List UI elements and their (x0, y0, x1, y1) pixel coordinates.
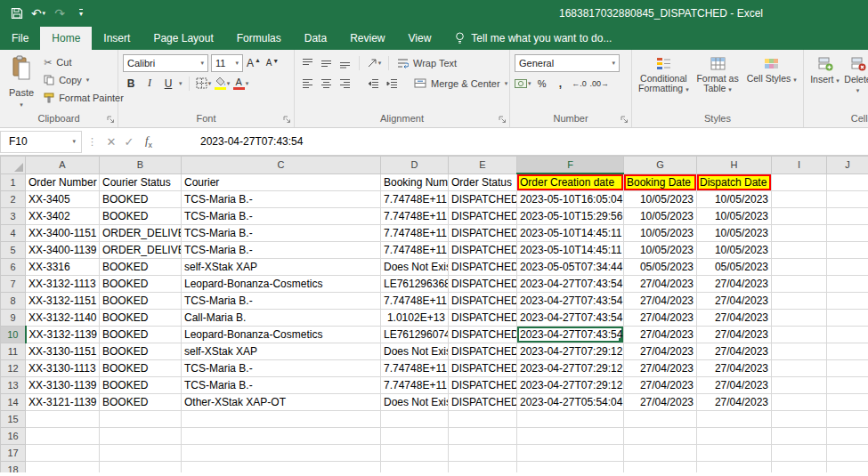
cell-B4[interactable]: ORDER_DELIVERED (100, 225, 182, 242)
cell-B7[interactable]: BOOKED (100, 276, 182, 293)
paste-button[interactable]: Paste▾ (4, 52, 38, 112)
cell-A5[interactable]: XX-3400-1139 (26, 242, 100, 259)
cell-F5[interactable]: 2023-05-10T14:45:11 (517, 242, 624, 259)
column-header-I[interactable]: I (772, 157, 827, 174)
cell-C1[interactable]: Courier (182, 173, 381, 191)
cell-F17[interactable] (517, 445, 624, 462)
cell-H9[interactable]: 27/04/2023 (697, 310, 772, 327)
cell-E12[interactable]: DISPATCHED (449, 360, 517, 377)
cell-B2[interactable]: BOOKED (100, 191, 182, 208)
column-header-A[interactable]: A (26, 157, 100, 174)
cell-G10[interactable]: 27/04/2023 (624, 327, 697, 343)
cell-I1[interactable] (772, 173, 827, 191)
cell-D8[interactable]: 7.74748E+11 (381, 293, 449, 310)
cell-F4[interactable]: 2023-05-10T14:45:11 (517, 225, 624, 242)
cell-G14[interactable]: 27/04/2023 (624, 394, 697, 411)
cell-I4[interactable] (772, 225, 827, 242)
cell-C16[interactable] (182, 428, 381, 445)
middle-align-icon[interactable] (318, 54, 334, 71)
cell-J13[interactable] (827, 377, 868, 394)
cell-C6[interactable]: self-XStak XAP (182, 259, 381, 276)
row-header-7[interactable]: 7 (1, 276, 26, 293)
cut-button[interactable]: ✂ Cut (42, 53, 126, 71)
cell-F11[interactable]: 2023-04-27T07:29:12 (517, 343, 624, 360)
merge-center-button[interactable]: Merge & Center ▾ (412, 75, 509, 93)
column-header-F[interactable]: F (517, 157, 624, 174)
cell-G13[interactable]: 27/04/2023 (624, 377, 697, 394)
cell-B16[interactable] (100, 428, 182, 445)
cell-J16[interactable] (827, 428, 868, 445)
increase-decimal-icon[interactable]: ←.0 (572, 75, 588, 92)
cell-B10[interactable]: BOOKED (100, 327, 182, 343)
cell-B15[interactable] (100, 411, 182, 428)
conditional-formatting-button[interactable]: Conditional Formatting ▾ (637, 52, 691, 112)
row-header-18[interactable]: 18 (1, 462, 26, 473)
enter-icon[interactable]: ✓ (120, 135, 138, 149)
row-header-8[interactable]: 8 (1, 293, 26, 310)
cell-A12[interactable]: XX-3130-1113 (26, 360, 100, 377)
cell-F12[interactable]: 2023-04-27T07:29:12 (517, 360, 624, 377)
cell-A9[interactable]: XX-3132-1140 (26, 310, 100, 327)
cell-B17[interactable] (100, 445, 182, 462)
cell-H18[interactable] (697, 462, 772, 473)
cell-F14[interactable]: 2023-04-27T05:54:04 (517, 394, 624, 411)
cell-G1[interactable]: Booking Date (624, 173, 697, 191)
cell-A13[interactable]: XX-3130-1139 (26, 377, 100, 394)
number-format-combo[interactable]: General▾ (515, 54, 620, 72)
cell-C8[interactable]: TCS-Maria B.- (182, 293, 381, 310)
cell-A1[interactable]: Order Number (26, 173, 100, 191)
fill-color-button[interactable]: ▾ (215, 75, 231, 92)
tab-home[interactable]: Home (40, 27, 92, 50)
cell-B6[interactable]: BOOKED (100, 259, 182, 276)
cell-C10[interactable]: Leopard-Bonanza-Cosmetics (182, 327, 381, 343)
cell-C5[interactable]: TCS-Maria B.- (182, 242, 381, 259)
cell-G6[interactable]: 05/05/2023 (624, 259, 697, 276)
row-header-14[interactable]: 14 (1, 394, 26, 411)
tab-review[interactable]: Review (338, 27, 396, 50)
cell-E1[interactable]: Order Status (449, 173, 517, 191)
accounting-format-button[interactable]: ▾ (515, 75, 531, 92)
center-icon[interactable] (318, 75, 334, 92)
cell-I12[interactable] (772, 360, 827, 377)
cell-J1[interactable] (827, 173, 868, 191)
font-name-combo[interactable]: Calibri▾ (123, 54, 208, 72)
format-painter-button[interactable]: Format Painter (42, 89, 126, 107)
format-as-table-button[interactable]: Format as Table ▾ (691, 52, 745, 112)
cell-A8[interactable]: XX-3132-1151 (26, 293, 100, 310)
cell-I15[interactable] (772, 411, 827, 428)
row-header-16[interactable]: 16 (1, 428, 26, 445)
underline-button[interactable]: U (160, 75, 176, 92)
cell-B18[interactable] (100, 462, 182, 473)
decrease-font-size-button[interactable]: A▼ (264, 54, 280, 71)
cell-B11[interactable]: BOOKED (100, 343, 182, 360)
align-right-icon[interactable] (337, 75, 353, 92)
column-header-E[interactable]: E (449, 157, 517, 174)
formula-input[interactable]: 2023-04-27T07:43:54 (159, 135, 868, 148)
cell-H16[interactable] (697, 428, 772, 445)
cell-B9[interactable]: BOOKED (100, 310, 182, 327)
cell-G15[interactable] (624, 411, 697, 428)
cell-C13[interactable]: TCS-Maria B.- (182, 377, 381, 394)
cell-E18[interactable] (449, 462, 517, 473)
row-header-3[interactable]: 3 (1, 208, 26, 225)
cell-I14[interactable] (772, 394, 827, 411)
cell-D3[interactable]: 7.74748E+11 (381, 208, 449, 225)
cell-B3[interactable]: BOOKED (100, 208, 182, 225)
cell-E3[interactable]: DISPATCHED (449, 208, 517, 225)
cell-I10[interactable] (772, 327, 827, 343)
cell-D11[interactable]: Does Not Exist (381, 343, 449, 360)
bold-button[interactable]: B (123, 75, 139, 92)
cell-J8[interactable] (827, 293, 868, 310)
cell-D7[interactable]: LE761296368 (381, 276, 449, 293)
decrease-indent-icon[interactable] (365, 75, 381, 92)
cell-G9[interactable]: 27/04/2023 (624, 310, 697, 327)
cell-J7[interactable] (827, 276, 868, 293)
cell-I2[interactable] (772, 191, 827, 208)
cell-H10[interactable]: 27/04/2023 (697, 327, 772, 343)
cell-A18[interactable] (26, 462, 100, 473)
cell-A11[interactable]: XX-3130-1151 (26, 343, 100, 360)
cell-G7[interactable]: 27/04/2023 (624, 276, 697, 293)
select-all-button[interactable] (1, 157, 26, 174)
cell-A7[interactable]: XX-3132-1113 (26, 276, 100, 293)
insert-function-icon[interactable]: fx (138, 133, 159, 149)
